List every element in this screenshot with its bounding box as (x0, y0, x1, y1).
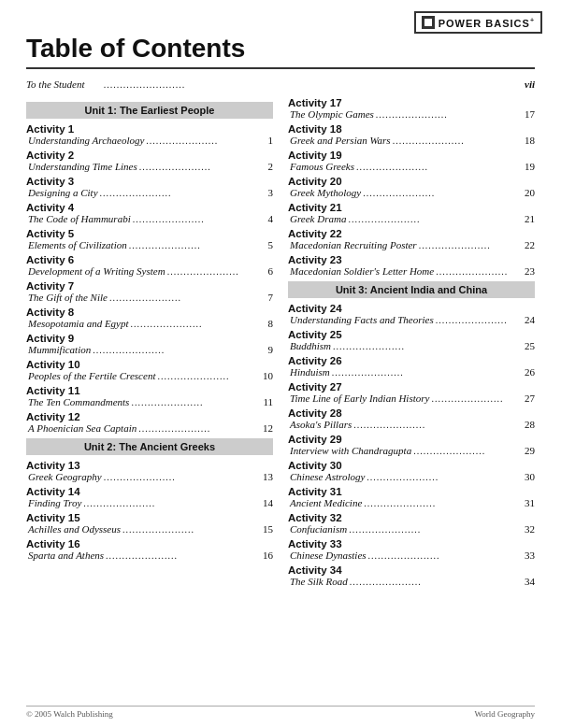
activity-page-num: 21 (525, 213, 535, 224)
activity-page-num: 31 (525, 497, 535, 508)
activity-page-num: 7 (268, 292, 274, 303)
activity-title: Activity 18 (288, 123, 535, 135)
activity-subtitle-label: Designing a City (28, 187, 98, 198)
activity-subtitle-label: Mummification (28, 344, 91, 355)
activity-subtitle-label: Time Line of Early Indian History (290, 393, 429, 404)
activity-subtitle-row: Macedonian Recruiting Poster............… (288, 239, 535, 250)
activity-title: Activity 33 (288, 538, 535, 550)
activity-title: Activity 24 (288, 303, 535, 314)
activity-page-num: 8 (268, 318, 274, 329)
section-header: Unit 1: The Earliest People (26, 102, 273, 119)
activity-subtitle-row: The Olympic Games......................1… (288, 108, 535, 120)
activity-subtitle-label: The Code of Hammurabi (28, 213, 131, 224)
section-header: Unit 3: Ancient India and China (288, 281, 535, 298)
activity-subtitle-label: Greek Drama (290, 213, 346, 224)
activity-subtitle-label: Interview with Chandragupta (290, 445, 411, 456)
activity-subtitle-label: Understanding Archaeology (28, 135, 144, 146)
activity-entry: Activity 10Peoples of the Fertile Cresce… (26, 359, 273, 381)
activity-dots: ...................... (104, 472, 261, 482)
activity-entry: Activity 20Greek Mythology..............… (288, 176, 535, 198)
activity-subtitle-label: Finding Troy (28, 497, 81, 508)
activity-entry: Activity 27Time Line of Early Indian His… (288, 381, 535, 404)
activity-entry: Activity 5Elements of Civilization......… (26, 228, 273, 250)
activity-subtitle-row: Time Line of Early Indian History.......… (288, 393, 535, 404)
activity-entry: Activity 6Development of a Writing Syste… (26, 254, 273, 277)
activity-page-num: 14 (263, 497, 273, 508)
activity-entry: Activity 2Understanding Time Lines......… (26, 150, 273, 172)
activity-subtitle-row: Ancient Medicine......................31 (288, 497, 535, 508)
activity-page-num: 16 (263, 550, 273, 561)
activity-page-num: 33 (525, 550, 535, 561)
activity-subtitle-row: The Ten Commandments....................… (26, 396, 273, 407)
activity-entry: Activity 28Asoka's Pillars..............… (288, 407, 535, 430)
activity-dots: ...................... (122, 524, 261, 535)
activity-title: Activity 16 (26, 538, 273, 550)
activity-subtitle-row: Mesopotamia and Egypt...................… (26, 318, 273, 329)
activity-page-num: 19 (525, 161, 535, 172)
activity-subtitle-label: Understanding Facts and Theories (290, 314, 434, 325)
activity-subtitle-label: Greek Geography (28, 471, 102, 482)
activity-subtitle-label: Understanding Time Lines (28, 161, 137, 172)
activity-subtitle-row: Greek Drama......................21 (288, 213, 535, 224)
page: POWER BASICS+ Table of Contents To the S… (0, 0, 561, 728)
activity-dots: ...................... (333, 341, 523, 351)
activity-entry: Activity 14Finding Troy.................… (26, 486, 273, 508)
activity-entry: Activity 1Understanding Archaeology.....… (26, 123, 273, 146)
activity-dots: ...................... (83, 498, 261, 508)
activity-entry: Activity 11The Ten Commandments.........… (26, 385, 273, 407)
activity-subtitle-label: Hinduism (290, 366, 330, 378)
activity-title: Activity 15 (26, 512, 273, 523)
activity-subtitle-label: Sparta and Athens (28, 550, 104, 561)
activity-subtitle-label: Peoples of the Fertile Crescent (28, 370, 155, 381)
activity-entry: Activity 21Greek Drama..................… (288, 202, 535, 224)
activity-dots: ...................... (368, 550, 523, 561)
logo-box: POWER BASICS+ (414, 11, 542, 34)
activity-dots: ...................... (129, 240, 266, 250)
activity-page-num: 27 (525, 393, 535, 404)
activity-title: Activity 19 (288, 150, 535, 161)
activity-title: Activity 34 (288, 564, 535, 576)
activity-title: Activity 29 (288, 434, 535, 445)
page-title: Table of Contents (26, 34, 535, 69)
activity-entry: Activity 13Greek Geography..............… (26, 460, 273, 482)
activity-page-num: 9 (268, 344, 274, 355)
activity-title: Activity 25 (288, 329, 535, 340)
activity-title: Activity 2 (26, 150, 273, 161)
logo-icon (422, 16, 435, 29)
activity-subtitle-row: Development of a Writing System.........… (26, 265, 273, 277)
activity-subtitle-label: Ancient Medicine (290, 497, 362, 508)
activity-dots: ...................... (167, 266, 266, 277)
activity-subtitle-label: Achilles and Odysseus (28, 523, 121, 535)
activity-subtitle-label: Macedonian Soldier's Letter Home (290, 265, 434, 277)
activity-title: Activity 4 (26, 202, 273, 213)
activity-dots: ...................... (393, 136, 523, 146)
activity-subtitle-label: Greek Mythology (290, 187, 361, 198)
activity-entry: Activity 15Achilles and Odysseus........… (26, 512, 273, 535)
activity-title: Activity 32 (288, 512, 535, 523)
activity-title: Activity 20 (288, 176, 535, 187)
to-student-dots: ......................... (104, 79, 522, 90)
activity-page-num: 25 (525, 340, 535, 351)
activity-subtitle-row: Greek Geography......................13 (26, 471, 273, 482)
activity-title: Activity 23 (288, 254, 535, 265)
activity-subtitle-row: Macedonian Soldier's Letter Home........… (288, 265, 535, 277)
activity-dots: ...................... (353, 420, 523, 430)
activity-subtitle-row: Understanding Archaeology...............… (26, 135, 273, 146)
activity-entry: Activity 34The Silk Road................… (288, 564, 535, 587)
activity-subtitle-label: The Olympic Games (290, 108, 374, 120)
two-column-layout: Unit 1: The Earliest PeopleActivity 1Und… (26, 97, 535, 591)
activity-dots: ...................... (146, 136, 266, 146)
activity-subtitle-label: Chinese Dynasties (290, 550, 367, 561)
right-column: Activity 17The Olympic Games............… (288, 97, 535, 591)
activity-dots: ...................... (356, 162, 523, 172)
activity-title: Activity 10 (26, 359, 273, 370)
activity-page-num: 29 (525, 445, 535, 456)
activity-title: Activity 11 (26, 385, 273, 396)
activity-subtitle-label: The Silk Road (290, 576, 348, 587)
activity-subtitle-row: The Gift of the Nile....................… (26, 292, 273, 303)
activity-subtitle-row: Understanding Facts and Theories........… (288, 314, 535, 325)
activity-subtitle-row: Chinese Dynasties......................3… (288, 550, 535, 561)
activity-page-num: 22 (525, 239, 535, 250)
activity-entry: Activity 24Understanding Facts and Theor… (288, 303, 535, 325)
activity-subtitle-label: Macedonian Recruiting Poster (290, 239, 417, 250)
